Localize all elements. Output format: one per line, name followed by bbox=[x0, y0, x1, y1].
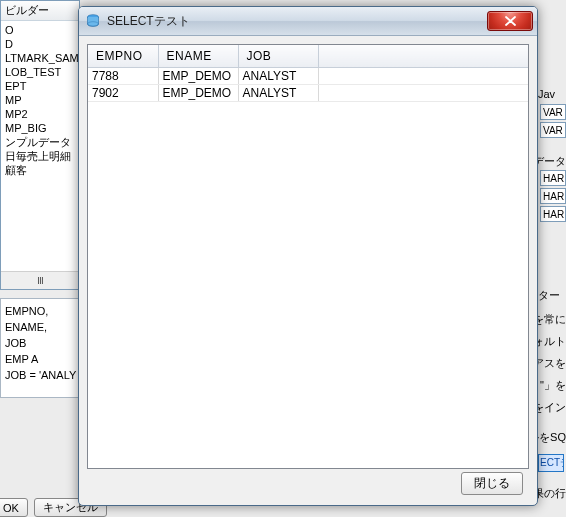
label-fragment: データ bbox=[538, 154, 566, 169]
type-cell: VAR bbox=[540, 122, 566, 138]
type-cell: HAR bbox=[540, 170, 566, 186]
option-fragment: をイン bbox=[538, 400, 566, 415]
list-item[interactable]: 顧客 bbox=[1, 163, 79, 177]
table-row[interactable]: 7902 EMP_DEMO ANALYST bbox=[88, 85, 528, 102]
sql-line: EMP A bbox=[5, 351, 75, 367]
option-fragment: を常に bbox=[538, 312, 566, 327]
type-cell: VAR bbox=[540, 104, 566, 120]
ok-button[interactable]: OK bbox=[0, 498, 28, 517]
label-fragment: 果の行 bbox=[538, 486, 566, 501]
cell-empno: 7788 bbox=[88, 68, 158, 85]
type-cell: HAR bbox=[540, 188, 566, 204]
right-panel-fragments: Jav VAR VAR データ HAR HAR HAR ター を常に ォルト リ… bbox=[538, 0, 566, 517]
sql-line: JOB = 'ANALY bbox=[5, 367, 75, 383]
column-header-job[interactable]: JOB bbox=[238, 45, 318, 68]
label-fragment: Jav bbox=[538, 88, 566, 100]
option-fragment: を「" 」 bbox=[538, 378, 566, 393]
horizontal-scrollbar[interactable]: Ⅲ bbox=[1, 271, 79, 289]
column-header-ename[interactable]: ENAME bbox=[158, 45, 238, 68]
window-close-button[interactable] bbox=[487, 11, 533, 31]
cell-ename: EMP_DEMO bbox=[158, 85, 238, 102]
list-item[interactable]: O bbox=[1, 23, 79, 37]
table-header-row: EMPNO ENAME JOB bbox=[88, 45, 528, 68]
sql-line: EMPNO, bbox=[5, 303, 75, 319]
select-test-button[interactable]: ECTテ bbox=[538, 454, 564, 472]
app-icon bbox=[85, 13, 101, 29]
column-header-blank bbox=[318, 45, 528, 68]
list-item[interactable]: ンプルデータ bbox=[1, 135, 79, 149]
list-item[interactable]: LOB_TEST bbox=[1, 65, 79, 79]
label-fragment: ター bbox=[538, 288, 566, 303]
list-item[interactable]: MP bbox=[1, 93, 79, 107]
list-item[interactable]: 日毎売上明細 bbox=[1, 149, 79, 163]
column-header-empno[interactable]: EMPNO bbox=[88, 45, 158, 68]
dialog-title: SELECTテスト bbox=[107, 13, 487, 30]
object-tree: ビルダー O D LTMARK_SAM LOB_TEST EPT MP MP2 … bbox=[0, 0, 80, 290]
cell-job: ANALYST bbox=[238, 85, 318, 102]
close-button[interactable]: 閉じる bbox=[461, 472, 523, 495]
select-test-dialog: SELECTテスト EMPNO ENAME JOB bbox=[78, 6, 538, 506]
result-grid[interactable]: EMPNO ENAME JOB 7788 EMP_DEMO ANALYST 79 bbox=[87, 44, 529, 469]
object-tree-header: ビルダー bbox=[1, 1, 79, 21]
table-row[interactable]: 7788 EMP_DEMO ANALYST bbox=[88, 68, 528, 85]
dialog-body: EMPNO ENAME JOB 7788 EMP_DEMO ANALYST 79 bbox=[79, 36, 537, 505]
option-fragment: ォルト bbox=[538, 334, 566, 349]
result-table: EMPNO ENAME JOB 7788 EMP_DEMO ANALYST 79 bbox=[88, 45, 528, 102]
sql-line: JOB bbox=[5, 335, 75, 351]
sql-preview: EMPNO, ENAME, JOB EMP A JOB = 'ANALY bbox=[0, 298, 80, 398]
option-fragment: リアスを bbox=[538, 356, 566, 371]
dialog-footer: 閉じる bbox=[87, 469, 529, 497]
dialog-titlebar[interactable]: SELECTテスト bbox=[79, 7, 537, 36]
cell-ename: EMP_DEMO bbox=[158, 68, 238, 85]
option-fragment: ルをSQ bbox=[538, 430, 566, 445]
list-item[interactable]: MP2 bbox=[1, 107, 79, 121]
object-tree-list: O D LTMARK_SAM LOB_TEST EPT MP MP2 MP_BI… bbox=[1, 21, 79, 179]
list-item[interactable]: LTMARK_SAM bbox=[1, 51, 79, 65]
cell-job: ANALYST bbox=[238, 68, 318, 85]
list-item[interactable]: D bbox=[1, 37, 79, 51]
sql-line: ENAME, bbox=[5, 319, 75, 335]
type-cell: HAR bbox=[540, 206, 566, 222]
list-item[interactable]: MP_BIG bbox=[1, 121, 79, 135]
list-item[interactable]: EPT bbox=[1, 79, 79, 93]
cell-empno: 7902 bbox=[88, 85, 158, 102]
